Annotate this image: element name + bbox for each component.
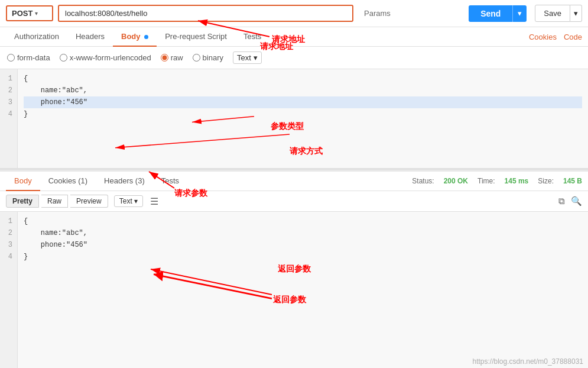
code-line-4: }: [24, 108, 582, 120]
tab-pre-request-script[interactable]: Pre-request Script: [157, 27, 235, 47]
annotation-param-type: 参数类型: [271, 121, 304, 132]
code-content-area: { name:"abc", phone:"456" }: [18, 69, 588, 124]
response-format-dropdown[interactable]: Text ▾: [114, 195, 143, 207]
size-value: 145 B: [563, 177, 582, 185]
send-btn-container: Send ▾: [469, 5, 527, 22]
app-container: POST ▾ Params Send ▾ Save ▾ Authorizatio…: [0, 0, 588, 368]
url-encoded-option[interactable]: x-www-form-urlencoded: [60, 53, 151, 62]
tab-tests[interactable]: Tests: [235, 27, 269, 47]
watermark-text: https://blog.csdn.net/m0_37888031: [473, 357, 583, 366]
response-body-area: 1 2 3 4 { name:"abc", phone:"456" } 返回参数: [0, 212, 588, 368]
lower-section: Body Cookies (1) Headers (3) Tests Statu…: [0, 172, 588, 368]
status-label: Status:: [412, 177, 434, 185]
filter-icon-button[interactable]: ☰: [150, 196, 158, 207]
code-line-1: {: [24, 73, 582, 85]
response-tab-body[interactable]: Body: [6, 172, 40, 191]
status-value: 200 OK: [444, 177, 468, 185]
chevron-down-icon: ▾: [35, 10, 38, 17]
time-value: 145 ms: [505, 177, 529, 185]
request-body-editor[interactable]: 1 2 3 4 { name:"abc", phone:"456" }: [0, 69, 588, 170]
annotation-return-params: 返回参数: [278, 264, 311, 275]
cookies-link[interactable]: Cookies: [529, 33, 557, 41]
form-data-option[interactable]: form-data: [7, 53, 50, 62]
nav-tabs: Authorization Headers Body Pre-request S…: [0, 27, 588, 47]
tab-body[interactable]: Body: [113, 27, 157, 47]
preview-button[interactable]: Preview: [70, 195, 108, 208]
size-label: Size:: [538, 177, 554, 185]
format-dropdown[interactable]: Text ▾: [233, 51, 262, 64]
params-button[interactable]: Params: [358, 6, 397, 21]
response-line-numbers: 1 2 3 4: [0, 212, 18, 368]
code-line-3: phone:"456": [24, 96, 582, 108]
response-tab-tests[interactable]: Tests: [153, 172, 187, 191]
url-input[interactable]: [58, 5, 353, 22]
response-line-2: name:"abc",: [24, 227, 582, 239]
response-tab-headers[interactable]: Headers (3): [96, 172, 153, 191]
tab-authorization[interactable]: Authorization: [6, 27, 67, 47]
response-line-1: {: [24, 215, 582, 227]
annotation-request-method: 请求方式: [290, 146, 323, 157]
response-code-content: { name:"abc", phone:"456" }: [18, 212, 588, 266]
method-selector[interactable]: POST ▾: [6, 5, 53, 21]
send-button[interactable]: Send: [469, 5, 512, 22]
body-dot-indicator: [144, 35, 148, 39]
send-dropdown-button[interactable]: ▾: [512, 5, 527, 22]
raw-button[interactable]: Raw: [41, 195, 68, 208]
pretty-button[interactable]: Pretty: [6, 195, 39, 208]
chevron-down-icon: ▾: [134, 197, 138, 205]
time-label: Time:: [477, 177, 495, 185]
pretty-bar: Pretty Raw Preview Text ▾ ☰ ⧉ 🔍: [0, 191, 588, 212]
chevron-down-icon: ▾: [254, 53, 258, 62]
response-action-icons: ⧉ 🔍: [558, 196, 582, 206]
upper-section: Authorization Headers Body Pre-request S…: [0, 27, 588, 170]
code-line-2: name:"abc",: [24, 85, 582, 96]
response-tabs-bar: Body Cookies (1) Headers (3) Tests Statu…: [0, 172, 588, 191]
save-button[interactable]: Save: [535, 5, 570, 22]
save-dropdown-button[interactable]: ▾: [570, 5, 582, 22]
save-btn-container: Save ▾: [535, 5, 582, 22]
response-line-3: phone:"456": [24, 239, 582, 251]
copy-icon-button[interactable]: ⧉: [558, 196, 565, 206]
response-code-lines: { name:"abc", phone:"456" }: [18, 212, 588, 368]
tab-headers[interactable]: Headers: [67, 27, 113, 47]
top-bar: POST ▾ Params Send ▾ Save ▾: [0, 0, 588, 27]
response-status-bar: Status: 200 OK Time: 145 ms Size: 145 B: [412, 177, 582, 185]
search-icon-button[interactable]: 🔍: [571, 196, 582, 206]
body-options-bar: form-data x-www-form-urlencoded raw bina…: [0, 47, 588, 69]
response-line-4: }: [24, 251, 582, 263]
response-code-area: 1 2 3 4 { name:"abc", phone:"456" }: [0, 212, 588, 368]
method-text: POST: [12, 9, 33, 18]
raw-option[interactable]: raw: [161, 53, 183, 62]
response-tab-cookies[interactable]: Cookies (1): [40, 172, 96, 191]
line-numbers: 1 2 3 4: [0, 69, 18, 168]
code-link[interactable]: Code: [564, 33, 582, 41]
nav-right-links: Cookies Code: [529, 33, 582, 41]
binary-option[interactable]: binary: [193, 53, 223, 62]
